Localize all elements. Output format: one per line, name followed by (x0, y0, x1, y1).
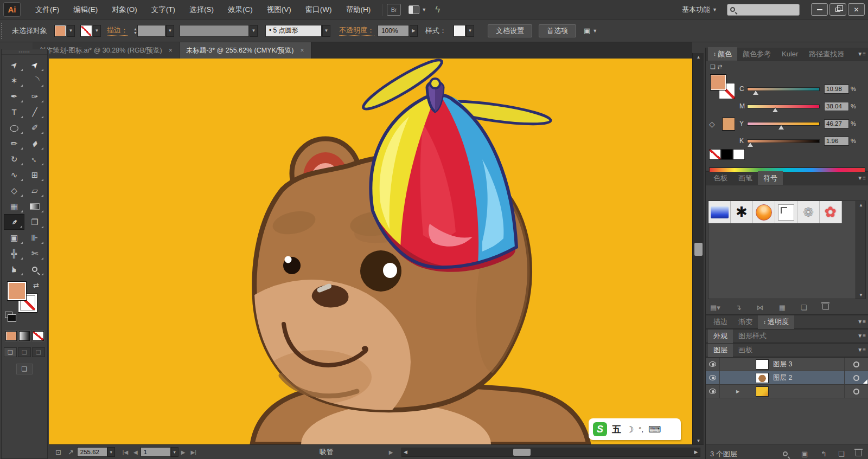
status-share-icon[interactable]: ↗ (68, 448, 74, 456)
eraser-tool[interactable]: ▰ (24, 135, 45, 151)
symbol-ink-splatter[interactable]: ✱ (731, 201, 753, 223)
vertical-scrollbar[interactable]: ▲ ▼ (692, 53, 704, 444)
symbol-options-icon[interactable]: ▦ (779, 303, 786, 312)
paintbrush-tool[interactable]: ✐ (24, 120, 45, 135)
document-setup-button[interactable]: 文档设置 (488, 24, 532, 37)
black-value-field[interactable]: 1.96 (824, 137, 849, 146)
layer-name[interactable]: 图层 3 (773, 360, 792, 369)
perspective-grid-tool[interactable]: ▱ (24, 183, 45, 198)
shape-builder-tool[interactable]: ◇ (4, 183, 24, 198)
variable-width-profile-select[interactable]: ▼ (180, 25, 258, 37)
target-cell[interactable] (844, 385, 868, 398)
symbol-blue-gradient-banner[interactable] (709, 201, 731, 223)
tab-stroke[interactable]: 描边 (708, 315, 733, 329)
tab-symbols[interactable]: 符号 (758, 171, 783, 185)
slider-handle[interactable] (778, 125, 784, 130)
stroke-color-combo[interactable]: ▼ (80, 25, 101, 37)
scroll-right-icon[interactable]: ▶ (692, 449, 700, 455)
draw-behind-button[interactable]: ❏ (18, 347, 31, 357)
tab-swatches[interactable]: 色板 (708, 171, 733, 185)
magenta-value-field[interactable]: 38.04 (824, 102, 849, 111)
selection-tool[interactable]: ➤ (4, 57, 24, 73)
zoom-dropdown-icon[interactable]: ▼ (107, 447, 115, 457)
zoom-level-field[interactable]: 255.62 (77, 447, 107, 457)
gradient-mode-button[interactable] (19, 331, 30, 341)
scale-tool[interactable]: ↔ (24, 151, 45, 167)
vertical-scroll-thumb[interactable] (694, 243, 703, 256)
stroke-weight-stepper[interactable]: ▲▼ (133, 27, 137, 35)
status-screen-icon[interactable]: ⊡ (55, 448, 61, 456)
panel-menu-icon[interactable]: ▼≡ (857, 347, 866, 353)
ime-toolbar[interactable]: S 五 ☽ °, ⌨ (589, 418, 681, 440)
artboard-number-field[interactable]: 1 (141, 447, 171, 457)
out-of-gamut-cube-icon[interactable]: ◇ (709, 120, 715, 128)
none-swatch[interactable] (709, 149, 721, 160)
tab-artboards[interactable]: 画板 (733, 344, 758, 357)
next-artboard-icon[interactable]: ▶ (181, 449, 186, 455)
search-input[interactable] (727, 4, 800, 16)
chevron-down-icon[interactable]: ▼ (466, 25, 474, 37)
visibility-cell[interactable] (706, 358, 720, 371)
minimize-button[interactable] (811, 3, 828, 16)
panel-menu-icon[interactable]: ▼≡ (857, 175, 866, 181)
default-fill-stroke-icon[interactable] (5, 312, 12, 318)
tools-panel-grip[interactable]: ▪▪▪▪▪▪ (2, 49, 47, 55)
line-segment-tool[interactable]: ╱ (24, 104, 45, 120)
symbol-orange-orb-button[interactable] (753, 201, 775, 223)
new-sublayer-icon[interactable]: ↰ (821, 450, 827, 458)
none-mode-button[interactable] (33, 331, 44, 341)
ime-mode-wubi[interactable]: 五 (612, 423, 621, 436)
symbol-libraries-icon[interactable]: ▤▾ (710, 303, 720, 312)
blend-tool[interactable]: ❒ (24, 214, 45, 230)
chevron-down-icon[interactable]: ▼ (322, 25, 330, 37)
symbols-scrollbar[interactable]: ▲ ▼ (856, 201, 865, 299)
scroll-down-icon[interactable]: ▼ (693, 437, 704, 444)
close-button[interactable]: ✕ (848, 3, 865, 16)
draw-normal-button[interactable]: ❏ (4, 347, 17, 357)
mini-fill-stroke-icon[interactable]: ❏ ⇄ (710, 63, 722, 70)
stroke-none-swatch[interactable] (80, 25, 92, 37)
prev-artboard-icon[interactable]: ◀ (133, 449, 138, 455)
pen-tool[interactable]: ✒ (4, 88, 24, 104)
magic-wand-tool[interactable]: ✶ (4, 73, 24, 88)
slider-handle[interactable] (773, 108, 778, 112)
yellow-value-field[interactable]: 46.27 (824, 119, 849, 128)
pencil-tool[interactable]: ✏ (4, 135, 24, 151)
symbol-twirl-ring[interactable]: ❁ (797, 201, 820, 223)
restore-button[interactable] (829, 3, 846, 16)
zoom-tool[interactable] (24, 261, 45, 277)
white-swatch[interactable] (733, 149, 745, 160)
ime-logo[interactable]: S (593, 422, 607, 436)
visibility-cell[interactable] (706, 385, 720, 398)
eyedropper-tool[interactable]: ✒ (4, 214, 24, 230)
tab-graphic-styles[interactable]: 图形样式 (733, 329, 772, 343)
panel-menu-icon[interactable]: ▼≡ (857, 51, 866, 57)
tab-brushes[interactable]: 画笔 (733, 171, 758, 185)
preferences-button[interactable]: 首选项 (539, 24, 576, 37)
tab-gradient[interactable]: 渐变 (733, 315, 758, 329)
yellow-slider[interactable] (747, 122, 820, 126)
slider-handle[interactable] (748, 143, 753, 147)
new-layer-icon[interactable]: ❏ (838, 450, 845, 458)
layer-row-1[interactable]: ▶ (706, 385, 868, 398)
artboard-dropdown-icon[interactable]: ▼ (171, 447, 178, 457)
menu-object[interactable]: 对象(O) (105, 5, 144, 15)
scroll-up-icon[interactable]: ▲ (693, 53, 704, 61)
tab-pathfinder[interactable]: 路径查找器 (803, 47, 850, 61)
symbol-sprayer-tool[interactable]: ▣ (4, 230, 24, 245)
scroll-left-icon[interactable]: ◀ (402, 449, 410, 455)
gradient-tool[interactable] (24, 198, 45, 214)
break-link-icon[interactable]: ⋈ (757, 303, 764, 312)
new-symbol-icon[interactable]: ❏ (801, 303, 807, 312)
hand-tool[interactable]: ☛ (4, 261, 24, 277)
delete-symbol-icon[interactable] (822, 303, 829, 312)
menu-file[interactable]: 文件(F) (28, 5, 66, 15)
magenta-slider[interactable] (747, 105, 820, 108)
delete-layer-icon[interactable] (856, 450, 862, 458)
tab-layers[interactable]: 图层 (708, 344, 733, 357)
brush-definition-select[interactable]: • 5 点圆形 ▼ (265, 25, 330, 37)
free-transform-tool[interactable]: ⊞ (24, 167, 45, 183)
close-tab-icon[interactable]: × (301, 47, 304, 54)
chevron-down-icon[interactable]: ▼ (250, 25, 258, 37)
rotate-tool[interactable]: ↻ (4, 151, 24, 167)
